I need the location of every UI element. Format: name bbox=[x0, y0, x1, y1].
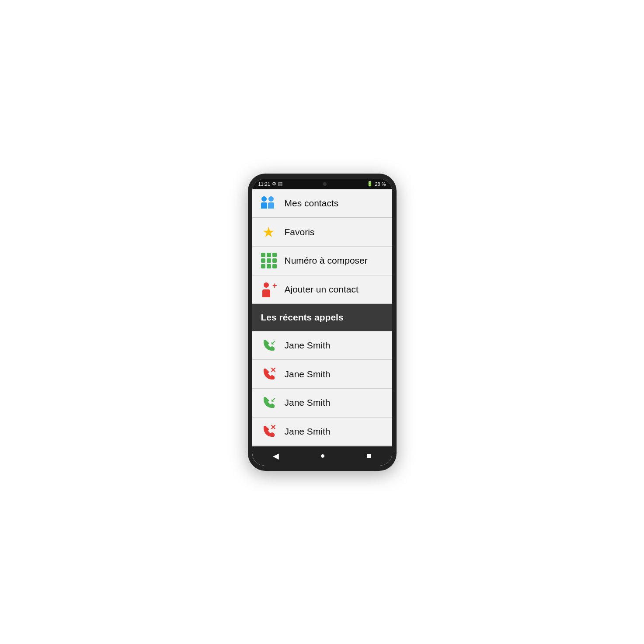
grid-icon-wrap bbox=[259, 253, 278, 268]
menu-item-numero-composer[interactable]: Numéro à composer bbox=[252, 247, 392, 275]
battery-icon: 🔋 bbox=[367, 181, 373, 187]
grid-icon bbox=[261, 253, 277, 268]
notifications-icon: ▤ bbox=[278, 181, 282, 187]
recents-button[interactable]: ■ bbox=[359, 449, 378, 463]
nav-bar: ◀ ● ■ bbox=[252, 446, 392, 466]
svg-text:↙: ↙ bbox=[271, 339, 276, 346]
recent-call-1[interactable]: ↙ Jane Smith bbox=[252, 331, 392, 360]
incoming-call-svg-1: ↙ bbox=[262, 338, 276, 352]
contacts-icon-wrap bbox=[259, 195, 278, 211]
star-icon: ★ bbox=[262, 225, 275, 239]
menu-list: Mes contacts ★ Favoris Numéro à c bbox=[252, 189, 392, 446]
time-display: 11:21 bbox=[258, 181, 271, 187]
incoming-call-svg-3: ↙ bbox=[262, 396, 276, 410]
call-missed-icon-2: ✕ bbox=[259, 367, 278, 381]
call-incoming-icon-1: ↙ bbox=[259, 338, 278, 352]
missed-call-svg-4: ✕ bbox=[262, 425, 276, 439]
status-left: 11:21 ⚙ ▤ bbox=[258, 181, 283, 187]
recent-call-4-name: Jane Smith bbox=[285, 426, 331, 437]
missed-call-svg-2: ✕ bbox=[262, 367, 276, 381]
add-contact-icon-wrap: + bbox=[259, 282, 278, 297]
phone-device: 11:21 ⚙ ▤ 🔋 28 % bbox=[248, 174, 397, 471]
status-bar: 11:21 ⚙ ▤ 🔋 28 % bbox=[252, 179, 392, 189]
recent-call-3-name: Jane Smith bbox=[285, 397, 331, 408]
svg-text:✕: ✕ bbox=[270, 425, 276, 431]
recent-call-2-name: Jane Smith bbox=[285, 369, 331, 379]
section-header-recent-calls: Les récents appels bbox=[252, 304, 392, 331]
star-icon-wrap: ★ bbox=[259, 225, 278, 239]
camera-dot bbox=[323, 182, 327, 186]
recent-call-4[interactable]: ✕ Jane Smith bbox=[252, 418, 392, 446]
numero-composer-label: Numéro à composer bbox=[285, 255, 368, 266]
menu-item-favoris[interactable]: ★ Favoris bbox=[252, 218, 392, 247]
phone-screen: 11:21 ⚙ ▤ 🔋 28 % bbox=[252, 179, 392, 466]
settings-icon: ⚙ bbox=[272, 181, 276, 187]
mes-contacts-label: Mes contacts bbox=[285, 198, 339, 209]
svg-text:↙: ↙ bbox=[271, 396, 276, 403]
ajouter-contact-label: Ajouter un contact bbox=[285, 284, 359, 295]
recent-call-3[interactable]: ↙ Jane Smith bbox=[252, 389, 392, 418]
back-button[interactable]: ◀ bbox=[266, 449, 286, 463]
section-header-label: Les récents appels bbox=[261, 312, 344, 323]
favoris-label: Favoris bbox=[285, 227, 315, 237]
svg-text:✕: ✕ bbox=[270, 367, 276, 374]
contacts-icon bbox=[260, 195, 278, 211]
recent-call-2[interactable]: ✕ Jane Smith bbox=[252, 360, 392, 389]
menu-item-ajouter-contact[interactable]: + Ajouter un contact bbox=[252, 275, 392, 304]
battery-level: 28 % bbox=[375, 181, 386, 187]
menu-item-mes-contacts[interactable]: Mes contacts bbox=[252, 189, 392, 218]
call-incoming-icon-3: ↙ bbox=[259, 396, 278, 410]
recent-call-1-name: Jane Smith bbox=[285, 340, 331, 351]
add-contact-icon: + bbox=[261, 282, 277, 297]
call-missed-icon-4: ✕ bbox=[259, 425, 278, 439]
status-right: 🔋 28 % bbox=[367, 181, 386, 187]
home-button[interactable]: ● bbox=[313, 449, 332, 463]
